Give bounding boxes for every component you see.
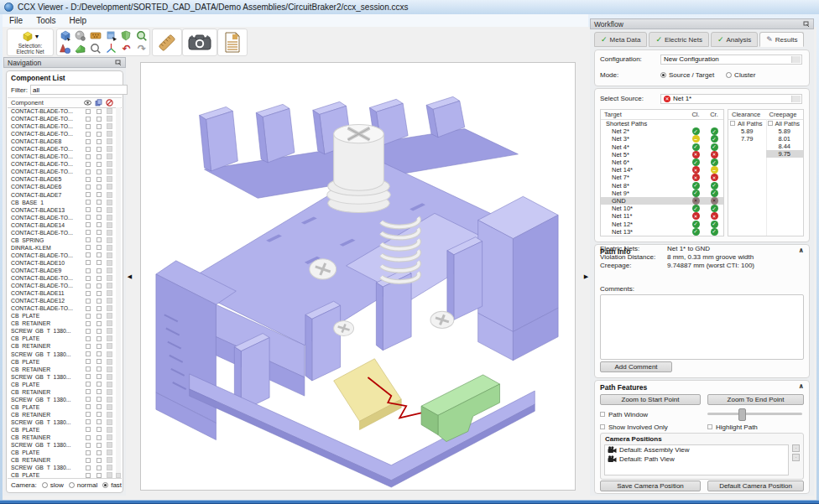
target-row[interactable]: Net 14* [601, 166, 723, 174]
block-cell[interactable] [107, 412, 112, 418]
block-cell[interactable] [107, 161, 112, 167]
component-row[interactable]: CB_RETAINER [8, 411, 122, 418]
visibility-checkbox[interactable] [86, 117, 91, 122]
report-button[interactable] [217, 29, 248, 56]
mode-option[interactable]: Cluster [726, 71, 755, 79]
block-cell[interactable] [107, 382, 112, 387]
isolate-checkbox[interactable] [97, 351, 102, 356]
show-involved-checkbox[interactable]: Show Involved Only [600, 422, 668, 432]
visibility-checkbox[interactable] [86, 200, 91, 205]
visibility-checkbox[interactable] [86, 419, 91, 424]
pick-sphere-button[interactable] [72, 29, 87, 42]
isolate-checkbox[interactable] [97, 473, 102, 478]
solenoid-screw-cap[interactable] [327, 125, 391, 213]
component-row[interactable]: CONTACT-BLADE-TO... [8, 168, 122, 175]
field-button[interactable] [791, 96, 801, 102]
redo-button[interactable]: ↷ [134, 42, 149, 55]
block-cell[interactable] [107, 169, 112, 174]
visibility-checkbox[interactable] [86, 207, 91, 212]
isolate-checkbox[interactable] [97, 321, 102, 326]
creepage-column-header[interactable]: Cr. [705, 111, 723, 118]
visibility-checkbox[interactable] [86, 237, 91, 242]
visibility-checkbox[interactable] [86, 169, 91, 174]
visibility-checkbox[interactable] [86, 389, 91, 394]
slider-track[interactable] [707, 413, 802, 415]
isolate-checkbox[interactable] [97, 306, 102, 311]
block-cell[interactable] [107, 116, 112, 122]
visibility-checkbox[interactable] [86, 321, 91, 326]
component-row[interactable]: CONTACT-BLADE-TO... [8, 130, 122, 138]
visibility-checkbox[interactable] [86, 222, 91, 227]
block-cell[interactable] [107, 427, 112, 433]
isolate-checkbox[interactable] [97, 237, 102, 242]
target-row[interactable]: Net 10* [601, 205, 723, 212]
block-cell[interactable] [107, 313, 112, 319]
isolate-checkbox[interactable] [97, 291, 102, 296]
zoom-button[interactable] [88, 42, 103, 55]
field-button[interactable] [791, 56, 801, 63]
workflow-tab[interactable]: Electric Nets [649, 32, 708, 47]
slider-thumb[interactable] [738, 408, 746, 421]
component-row[interactable]: CB_RETAINER [8, 434, 122, 441]
component-row[interactable]: SCREW_GB_T_1380... [8, 464, 122, 471]
component-row[interactable]: SCREW_GB_T_1380... [8, 373, 122, 381]
clearance-value[interactable]: 5.89 [728, 127, 766, 135]
isolate-checkbox[interactable] [97, 329, 102, 334]
visibility-checkbox[interactable] [86, 344, 91, 349]
camera-speed-option[interactable]: slow [42, 481, 64, 489]
isolate-checkbox[interactable] [97, 139, 102, 144]
zoom-selection-button[interactable] [134, 29, 149, 42]
isolate-checkbox[interactable] [97, 215, 102, 220]
component-row[interactable]: CONTACT-BLADE-TO... [8, 160, 122, 168]
block-cell[interactable] [107, 374, 112, 380]
isolate-checkbox[interactable] [97, 162, 102, 167]
visibility-checkbox[interactable] [86, 252, 91, 257]
isolate-checkbox[interactable] [97, 336, 102, 341]
block-cell[interactable] [107, 230, 112, 236]
block-cell[interactable] [107, 131, 112, 137]
visibility-checkbox[interactable] [86, 276, 91, 281]
camera-position-item[interactable]: Default: Path View [605, 455, 788, 464]
workflow-tab[interactable]: Meta Data [594, 32, 647, 47]
isolate-checkbox[interactable] [97, 192, 102, 197]
isolate-column-button[interactable] [93, 99, 104, 107]
isolate-checkbox[interactable] [97, 184, 102, 190]
visibility-checkbox[interactable] [86, 404, 91, 409]
visibility-checkbox[interactable] [86, 450, 91, 455]
component-row[interactable]: CB_PLATE [8, 426, 122, 434]
select-source-field[interactable]: ✕ Net 1* [660, 94, 802, 104]
block-cell[interactable] [107, 335, 112, 341]
pick-box-button[interactable] [103, 29, 118, 42]
block-cell[interactable] [107, 283, 112, 288]
component-row[interactable]: CB_PLATE [8, 312, 122, 320]
zoom-start-button[interactable]: Zoom to Start Point [600, 394, 701, 405]
target-row[interactable]: Net 11* [601, 212, 723, 220]
component-row[interactable]: CB_RETAINER [8, 342, 122, 350]
component-row[interactable]: CB_RETAINER [8, 366, 122, 373]
visibility-checkbox[interactable] [86, 443, 91, 448]
isolate-checkbox[interactable] [97, 382, 102, 387]
block-cell[interactable] [107, 153, 112, 159]
pick-cone-button[interactable] [57, 42, 72, 55]
component-row[interactable]: CONTACT-BLADE8 [8, 138, 122, 145]
component-row[interactable]: CONTACT-BLADE-TO... [8, 274, 122, 282]
isolate-checkbox[interactable] [97, 443, 102, 448]
collapse-right-panel-handle[interactable]: ▶ [582, 57, 590, 496]
3d-model-circuit-breaker[interactable] [141, 63, 575, 490]
workflow-header[interactable]: Workflow [590, 18, 814, 29]
validate-shield-button[interactable] [118, 29, 133, 42]
isolate-checkbox[interactable] [97, 169, 102, 174]
target-row[interactable]: Net 2* [601, 127, 723, 135]
isolate-checkbox[interactable] [97, 283, 102, 288]
float-panel-icon[interactable] [115, 60, 122, 66]
isolate-checkbox[interactable] [97, 374, 102, 379]
component-row[interactable]: CONTACT-BLADE12 [8, 297, 122, 304]
visibility-checkbox[interactable] [86, 382, 91, 387]
menu-item[interactable]: File [3, 14, 29, 27]
isolate-checkbox[interactable] [97, 344, 102, 349]
isolate-checkbox[interactable] [97, 260, 102, 265]
block-cell[interactable] [107, 449, 112, 455]
target-row[interactable]: Net 4* [601, 143, 723, 151]
target-column-header[interactable]: Target [601, 111, 686, 118]
block-column-button[interactable] [104, 99, 115, 107]
